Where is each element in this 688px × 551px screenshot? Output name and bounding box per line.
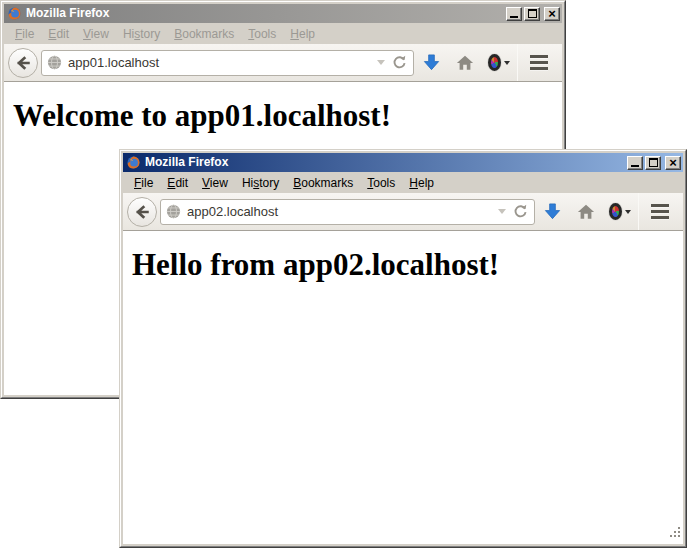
hamburger-menu-icon xyxy=(651,204,669,207)
chevron-down-icon xyxy=(625,210,631,214)
download-arrow-icon xyxy=(543,202,562,221)
menu-item-bookmarks[interactable]: Bookmarks xyxy=(286,174,360,192)
menu-item-tools[interactable]: Tools xyxy=(241,25,283,43)
maximize-button[interactable] xyxy=(645,156,661,170)
close-icon: × xyxy=(548,9,556,19)
desktop: Mozilla Firefox × FileEditViewHistoryBoo… xyxy=(0,0,688,551)
window-title: Mozilla Firefox xyxy=(26,4,502,23)
menu-item-edit[interactable]: Edit xyxy=(41,25,76,43)
close-button[interactable]: × xyxy=(665,156,681,170)
chevron-down-icon[interactable] xyxy=(498,209,506,214)
download-button[interactable] xyxy=(414,47,448,79)
menu-item-file[interactable]: File xyxy=(127,174,160,192)
page-heading: Hello from app02.localhost! xyxy=(132,247,675,283)
firefox-logo-icon xyxy=(7,6,22,21)
addon-button[interactable] xyxy=(482,47,516,79)
menu-bar: FileEditViewHistoryBookmarksToolsHelp xyxy=(4,23,562,44)
color-wheel-icon xyxy=(609,203,622,220)
url-text: app02.localhost xyxy=(187,204,494,219)
hamburger-menu-icon xyxy=(530,55,548,58)
menu-item-edit[interactable]: Edit xyxy=(160,174,195,192)
close-button[interactable]: × xyxy=(544,7,560,21)
addon-button[interactable] xyxy=(603,196,637,228)
window-title: Mozilla Firefox xyxy=(145,153,623,172)
color-wheel-icon xyxy=(488,54,501,71)
page-content-app02: Hello from app02.localhost! xyxy=(123,231,683,544)
download-button[interactable] xyxy=(535,196,569,228)
menu-item-view[interactable]: View xyxy=(195,174,235,192)
menu-item-bookmarks[interactable]: Bookmarks xyxy=(167,25,241,43)
download-arrow-icon xyxy=(422,53,441,72)
menu-item-history[interactable]: History xyxy=(235,174,286,192)
navigation-toolbar: app01.localhost xyxy=(4,44,562,82)
browser-window-app02: Mozilla Firefox × FileEditViewHistoryBoo… xyxy=(119,149,687,548)
url-bar[interactable]: app01.localhost xyxy=(41,50,414,76)
menu-item-tools[interactable]: Tools xyxy=(360,174,402,192)
titlebar[interactable]: Mozilla Firefox × xyxy=(123,153,683,172)
page-heading: Welcome to app01.localhost! xyxy=(13,98,554,134)
globe-icon[interactable] xyxy=(47,55,62,70)
firefox-logo-icon xyxy=(126,155,141,170)
menu-item-view[interactable]: View xyxy=(76,25,116,43)
maximize-icon xyxy=(528,9,537,18)
home-icon xyxy=(456,54,474,72)
menu-item-help[interactable]: Help xyxy=(283,25,322,43)
toolbar-separator xyxy=(638,193,639,230)
minimize-button[interactable] xyxy=(627,156,643,170)
back-arrow-icon xyxy=(133,203,151,221)
minimize-icon xyxy=(631,165,639,167)
reload-icon[interactable] xyxy=(513,204,528,219)
minimize-icon xyxy=(510,16,518,18)
url-text: app01.localhost xyxy=(68,55,373,70)
minimize-button[interactable] xyxy=(506,7,522,21)
back-button[interactable] xyxy=(8,48,38,78)
chevron-down-icon xyxy=(504,61,510,65)
reload-icon[interactable] xyxy=(392,55,407,70)
home-button[interactable] xyxy=(569,196,603,228)
home-button[interactable] xyxy=(448,47,482,79)
chevron-down-icon[interactable] xyxy=(377,60,385,65)
navigation-toolbar: app02.localhost xyxy=(123,193,683,231)
globe-icon[interactable] xyxy=(166,204,181,219)
menu-item-history[interactable]: History xyxy=(116,25,167,43)
back-button[interactable] xyxy=(127,197,157,227)
home-icon xyxy=(577,203,595,221)
maximize-icon xyxy=(649,158,658,167)
menu-bar: FileEditViewHistoryBookmarksToolsHelp xyxy=(123,172,683,193)
menu-item-help[interactable]: Help xyxy=(402,174,441,192)
resize-grip-icon[interactable] xyxy=(669,525,682,543)
titlebar[interactable]: Mozilla Firefox × xyxy=(4,4,562,23)
close-icon: × xyxy=(669,158,677,168)
open-menu-button[interactable] xyxy=(640,196,680,228)
menu-item-file[interactable]: File xyxy=(8,25,41,43)
window-frame: Mozilla Firefox × FileEditViewHistoryBoo… xyxy=(120,150,686,547)
url-bar[interactable]: app02.localhost xyxy=(160,199,535,225)
maximize-button[interactable] xyxy=(524,7,540,21)
open-menu-button[interactable] xyxy=(519,47,559,79)
back-arrow-icon xyxy=(14,54,32,72)
toolbar-separator xyxy=(517,44,518,81)
